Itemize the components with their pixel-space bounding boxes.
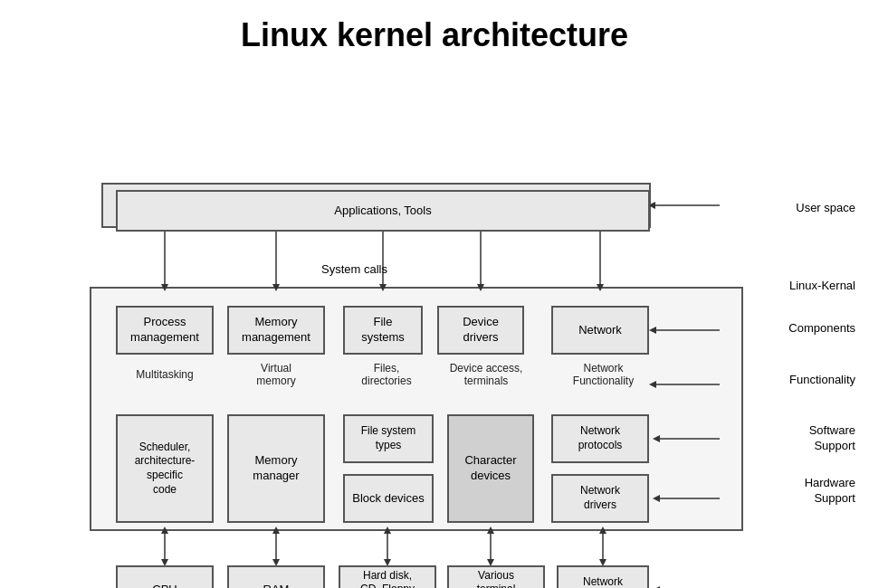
svg-marker-15	[649, 327, 656, 334]
page-title: Linux kernel architecture	[0, 0, 869, 63]
network-drivers-box: Network drivers	[551, 474, 649, 523]
network-adapter-box: Network adapter	[557, 565, 649, 588]
svg-marker-7	[379, 284, 387, 291]
filesystem-types-box: File system types	[343, 414, 434, 463]
svg-marker-26	[161, 526, 168, 534]
svg-marker-5	[272, 284, 280, 291]
network-functionality-label: NetworkFunctionality	[551, 362, 655, 387]
svg-marker-38	[599, 526, 606, 534]
character-devices-box: Character devices	[447, 414, 534, 523]
user-space-label: User space	[796, 201, 855, 214]
svg-marker-3	[161, 284, 168, 291]
virtual-memory-label: Virtualmemory	[227, 362, 325, 387]
software-support-label: SoftwareSupport	[809, 423, 855, 454]
functionality-label: Functionality	[789, 373, 855, 386]
svg-marker-29	[272, 526, 280, 534]
components-label: Components	[788, 321, 855, 335]
scheduler-box: Scheduler, architecture- specific code	[116, 414, 214, 523]
memory-management-box: Memory management	[227, 306, 325, 355]
files-directories-label: Files,directories	[338, 362, 435, 387]
svg-marker-11	[597, 284, 604, 291]
linux-kernel-label: Linux-Kernal	[789, 279, 855, 292]
svg-marker-21	[653, 495, 660, 502]
block-devices-box: Block devices	[343, 474, 434, 523]
system-calls-label: System calls	[321, 262, 387, 276]
device-access-label: Device access,terminals	[436, 362, 536, 387]
svg-marker-35	[487, 526, 494, 534]
file-systems-box: File systems	[343, 306, 423, 355]
device-drivers-box: Device drivers	[437, 306, 524, 355]
network-box: Network	[551, 306, 649, 355]
svg-marker-32	[384, 526, 391, 534]
terminal-box: Various terminal equipment	[447, 565, 545, 588]
ram-box: RAM	[227, 565, 325, 588]
multitasking-label: Multitasking	[116, 368, 214, 381]
memory-manager-box: Memory manager	[227, 414, 325, 523]
applications-box: Applications, Tools	[116, 190, 650, 232]
network-protocols-box: Network protocols	[551, 414, 649, 463]
svg-marker-19	[653, 435, 660, 442]
harddisk-box: Hard disk, CD, Floppy disk	[339, 565, 436, 588]
svg-marker-9	[477, 284, 484, 291]
process-management-box: Process management	[116, 306, 214, 355]
hardware-support-label: HardwareSupport	[805, 476, 855, 507]
cpu-box: CPU	[116, 565, 214, 588]
